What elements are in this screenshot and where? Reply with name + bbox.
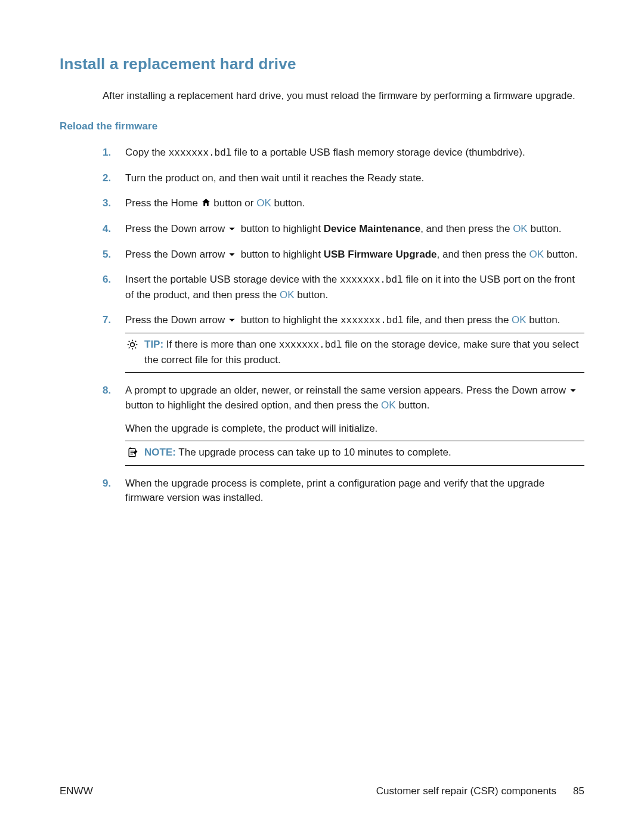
step-text: button or (211, 197, 257, 209)
step-text: button to highlight the (238, 314, 340, 326)
step-text: Insert the portable USB storage device w… (125, 274, 340, 285)
step-text: , and then press the (437, 249, 530, 260)
tip-body: TIP: If there is more than one xxxxxxx.b… (144, 337, 584, 367)
step-6: Insert the portable USB storage device w… (103, 272, 584, 302)
down-arrow-icon (228, 249, 238, 259)
step-8: A prompt to upgrade an older, newer, or … (103, 383, 584, 466)
filename-text: xxxxxxx.bdl (279, 340, 342, 351)
tip-callout: TIP: If there is more than one xxxxxxx.b… (125, 333, 584, 373)
step-9: When the upgrade process is complete, pr… (103, 476, 584, 506)
tip-text: If there is more than one (166, 339, 279, 350)
ok-button-label: OK (381, 400, 396, 411)
note-icon (125, 445, 140, 460)
filename-text: xxxxxxx.bdl (169, 148, 232, 159)
svg-line-5 (129, 341, 130, 342)
down-arrow-icon (569, 385, 579, 395)
step-1: Copy the xxxxxxx.bdl file to a portable … (103, 145, 584, 160)
step-text: button. (544, 249, 578, 260)
step-3: Press the Home button or OK button. (103, 196, 584, 211)
heading-2: Reload the firmware (60, 120, 584, 132)
step-text: Press the Down arrow (125, 223, 228, 234)
bold-text: Device Maintenance (324, 223, 421, 234)
ok-button-label: OK (530, 249, 544, 260)
step-text: Copy the (125, 147, 169, 158)
tip-label: TIP: (144, 339, 163, 350)
step-text: Press the Down arrow (125, 314, 228, 326)
step-text: file, and then press the (404, 314, 512, 326)
filename-text: xxxxxxx.bdl (340, 275, 403, 286)
intro-paragraph: After installing a replacement hard driv… (103, 89, 584, 104)
step-text: A prompt to upgrade an older, newer, or … (125, 385, 569, 396)
heading-1: Install a replacement hard drive (60, 55, 584, 73)
step-text: file to a portable USB flash memory stor… (231, 147, 525, 158)
svg-line-6 (135, 348, 137, 349)
document-page: Install a replacement hard drive After i… (0, 0, 644, 833)
footer-right: Customer self repair (CSR) components 85 (376, 785, 584, 797)
ok-button-label: OK (513, 223, 528, 234)
ok-button-label: OK (512, 314, 527, 326)
ok-button-label: OK (280, 289, 295, 301)
step-text: button. (396, 400, 430, 411)
ok-button-label: OK (256, 197, 271, 209)
step-subtext: When the upgrade is complete, the produc… (125, 422, 584, 436)
note-body: NOTE: The upgrade process can take up to… (144, 445, 584, 460)
svg-line-7 (129, 348, 130, 349)
bold-text: USB Firmware Upgrade (324, 249, 437, 260)
note-callout: NOTE: The upgrade process can take up to… (125, 441, 584, 466)
step-text: button. (271, 197, 305, 209)
step-5: Press the Down arrow button to highlight… (103, 247, 584, 262)
page-footer: ENWW Customer self repair (CSR) componen… (60, 785, 584, 797)
tip-icon (125, 337, 140, 367)
step-text: Press the Home (125, 197, 201, 209)
step-7: Press the Down arrow button to highlight… (103, 313, 584, 373)
down-arrow-icon (228, 223, 238, 233)
steps-list: Copy the xxxxxxx.bdl file to a portable … (103, 145, 584, 506)
step-text: button to highlight the desired option, … (125, 400, 381, 411)
footer-section-title: Customer self repair (CSR) components (376, 785, 556, 797)
note-text: The upgrade process can take up to 10 mi… (178, 447, 451, 458)
step-text: button. (528, 223, 562, 234)
note-label: NOTE: (144, 447, 176, 458)
step-text: button. (295, 289, 329, 301)
step-text: button. (527, 314, 561, 326)
svg-line-8 (135, 341, 137, 342)
home-icon (201, 197, 211, 208)
step-text: button to highlight (238, 249, 324, 260)
svg-point-0 (131, 343, 135, 347)
step-text: button to highlight (238, 223, 324, 234)
step-4: Press the Down arrow button to highlight… (103, 222, 584, 237)
step-text: , and then press the (420, 223, 513, 234)
footer-left: ENWW (60, 785, 93, 797)
step-text: Press the Down arrow (125, 249, 228, 260)
filename-text: xxxxxxx.bdl (340, 315, 404, 326)
down-arrow-icon (228, 314, 238, 324)
step-2: Turn the product on, and then wait until… (103, 171, 584, 186)
page-number: 85 (573, 785, 584, 797)
